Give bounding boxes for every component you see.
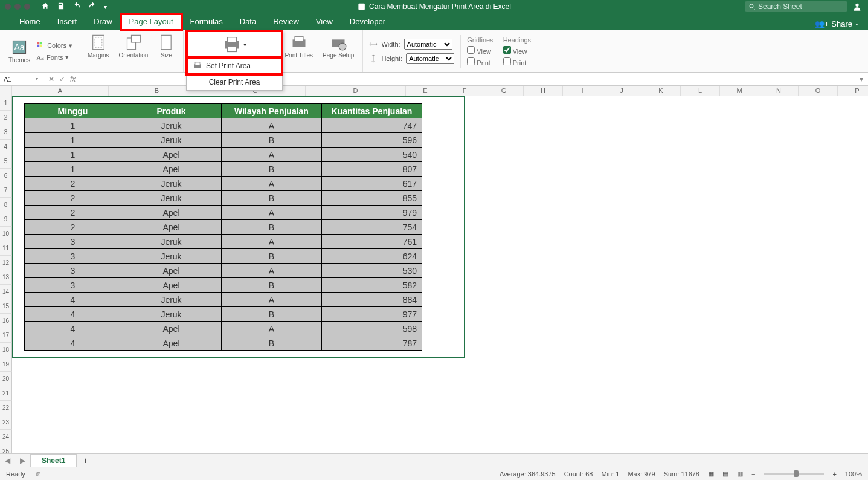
tab-formulas[interactable]: Formulas — [182, 13, 231, 30]
orientation-icon — [125, 34, 142, 51]
print-area-dropdown: ▾ Set Print Area Clear Print Area — [186, 30, 283, 91]
gridlines-view-checkbox[interactable]: View — [467, 46, 493, 55]
zoom-out-button[interactable]: − — [751, 470, 755, 478]
svg-text:Aa: Aa — [14, 42, 25, 52]
table-row[interactable]: 4JerukB977 — [25, 307, 422, 322]
view-page-layout-icon[interactable]: ▤ — [722, 470, 728, 478]
status-max: Max: 979 — [628, 470, 655, 478]
status-count: Count: 68 — [564, 470, 593, 478]
user-icon[interactable] — [852, 2, 862, 11]
table-row[interactable]: 1ApelA540 — [25, 148, 422, 162]
fonts-button[interactable]: Aa Fonts ▾ — [36, 53, 72, 61]
colors-button[interactable]: Colors ▾ — [36, 41, 72, 50]
headings-label: Headings — [503, 36, 531, 44]
window-controls[interactable] — [0, 4, 35, 10]
print-area-icon — [223, 35, 241, 53]
svg-rect-20 — [295, 37, 303, 41]
column-headers[interactable]: ABCDEFGHIJKLMNOP — [0, 86, 868, 96]
tab-developer[interactable]: Developer — [341, 13, 394, 30]
add-sheet-button[interactable]: + — [77, 456, 94, 465]
table-row[interactable]: 1JerukB596 — [25, 133, 422, 148]
tab-home[interactable]: Home — [11, 13, 49, 30]
print-titles-icon — [291, 34, 307, 51]
size-button[interactable]: Size — [155, 33, 177, 70]
enter-icon[interactable]: ✓ — [59, 75, 65, 83]
table-row[interactable]: 4ApelB787 — [25, 336, 422, 351]
margins-icon — [90, 34, 107, 51]
svg-rect-8 — [37, 45, 39, 47]
table-row[interactable]: 3JerukB624 — [25, 249, 422, 264]
scale-width[interactable]: Width:Automatic — [369, 39, 454, 50]
orientation-button[interactable]: Orientation — [117, 33, 151, 70]
svg-point-22 — [339, 43, 346, 50]
tab-insert[interactable]: Insert — [49, 13, 86, 30]
fx-icon[interactable]: fx — [70, 75, 76, 83]
name-box[interactable]: A1▾ — [0, 76, 42, 83]
view-page-break-icon[interactable]: ▥ — [737, 470, 743, 478]
svg-rect-6 — [37, 42, 39, 44]
tab-view[interactable]: View — [307, 13, 341, 30]
macro-icon[interactable]: ⎚ — [36, 470, 40, 478]
size-icon — [158, 34, 175, 51]
clear-print-area-item[interactable]: Clear Print Area — [187, 74, 282, 90]
table-row[interactable]: 3ApelA530 — [25, 264, 422, 278]
themes-button[interactable]: Aa Themes — [6, 37, 33, 65]
view-normal-icon[interactable]: ▦ — [708, 470, 714, 478]
save-icon[interactable] — [57, 2, 65, 12]
row-headers[interactable]: 1234567891011121314151617181920212223242… — [0, 96, 12, 480]
fonts-icon: Aa — [36, 54, 44, 61]
ribbon: Aa Themes Colors ▾ Aa Fonts ▾ Margins Or… — [0, 30, 868, 73]
print-titles-button[interactable]: Print Titles — [282, 33, 315, 70]
headings-view-checkbox[interactable]: View — [503, 46, 531, 55]
sheet-nav-next[interactable]: ▶ — [15, 456, 30, 465]
tab-draw[interactable]: Draw — [85, 13, 120, 30]
svg-rect-24 — [227, 37, 236, 43]
table-row[interactable]: 3ApelB582 — [25, 278, 422, 293]
print-area-button[interactable]: ▾ — [187, 31, 282, 57]
table-row[interactable]: 1ApelB807 — [25, 162, 422, 177]
search-input[interactable]: Search Sheet — [745, 1, 847, 12]
redo-icon[interactable] — [88, 2, 97, 12]
table-row[interactable]: 2ApelB754 — [25, 220, 422, 235]
expand-formula-icon[interactable]: ▾ — [855, 75, 868, 83]
table-row[interactable]: 2JerukA617 — [25, 177, 422, 191]
margins-button[interactable]: Margins — [85, 33, 112, 70]
status-average: Average: 364.9375 — [500, 470, 556, 478]
table-row[interactable]: 2ApelA979 — [25, 206, 422, 220]
share-button[interactable]: 👥+Share⌄ — [806, 13, 868, 30]
set-print-area-item[interactable]: Set Print Area — [187, 57, 282, 74]
home-icon[interactable] — [41, 2, 50, 12]
tab-data[interactable]: Data — [231, 13, 265, 30]
svg-rect-25 — [227, 47, 236, 52]
height-icon — [369, 54, 378, 63]
zoom-in-button[interactable]: + — [832, 470, 836, 478]
table-row[interactable]: 3JerukA761 — [25, 235, 422, 249]
table-row[interactable]: 2JerukB855 — [25, 191, 422, 206]
table-row[interactable]: 4ApelA598 — [25, 322, 422, 336]
width-icon — [369, 40, 378, 48]
zoom-level[interactable]: 100% — [845, 470, 862, 478]
zoom-slider[interactable] — [764, 473, 824, 475]
gridlines-print-checkbox[interactable]: Print — [467, 57, 493, 66]
cell-grid[interactable]: MingguProdukWilayah PenjualanKuantitas P… — [12, 96, 868, 447]
undo-icon[interactable] — [72, 2, 81, 12]
select-all-cell[interactable] — [0, 86, 12, 96]
printer-icon — [193, 61, 202, 71]
tab-page-layout[interactable]: Page Layout — [121, 13, 182, 30]
title-bar: ▾ Cara Membuat Mengatur Print Area di Ex… — [0, 0, 868, 13]
table-row[interactable]: 4JerukA884 — [25, 293, 422, 307]
scale-height[interactable]: Height:Automatic — [369, 53, 454, 64]
sheet-nav-prev[interactable]: ◀ — [0, 456, 15, 465]
page-setup-button[interactable]: Page Setup — [320, 33, 356, 70]
cancel-icon[interactable]: ✕ — [48, 75, 54, 83]
status-min: Min: 1 — [601, 470, 619, 478]
sheet-tab[interactable]: Sheet1 — [30, 454, 77, 467]
table-row[interactable]: 1JerukA747 — [25, 118, 422, 133]
status-ready: Ready — [6, 470, 25, 478]
data-table: MingguProdukWilayah PenjualanKuantitas P… — [24, 103, 422, 351]
search-icon — [748, 3, 756, 10]
status-bar: Ready ⎚ Average: 364.9375 Count: 68 Min:… — [0, 467, 868, 480]
headings-print-checkbox[interactable]: Print — [503, 57, 531, 66]
qat-chevron-icon[interactable]: ▾ — [104, 4, 107, 10]
tab-review[interactable]: Review — [265, 13, 307, 30]
